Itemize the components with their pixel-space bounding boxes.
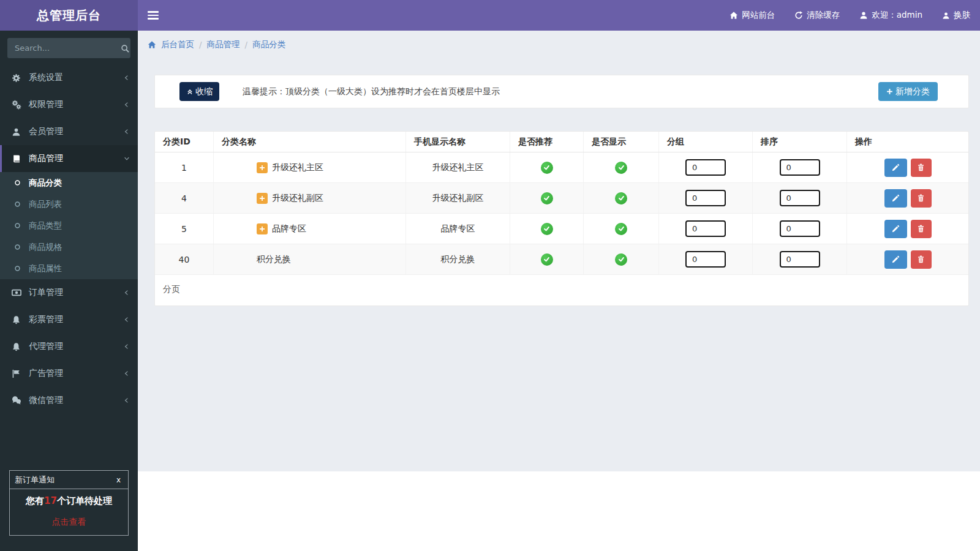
group-input[interactable] bbox=[685, 220, 726, 237]
category-name: 积分兑换 bbox=[257, 254, 291, 265]
add-category-button[interactable]: 新增分类 bbox=[878, 82, 938, 101]
hamburger-icon bbox=[148, 11, 159, 13]
sidebar-item-product-specs[interactable]: 商品规格 bbox=[0, 236, 138, 258]
recommended-check-icon[interactable] bbox=[541, 192, 553, 204]
home-icon bbox=[148, 40, 156, 49]
welcome-admin[interactable]: 欢迎：admin bbox=[850, 0, 932, 31]
delete-button[interactable] bbox=[911, 159, 932, 177]
table-row: 5 品牌专区 品牌专区 bbox=[155, 214, 968, 244]
recommended-check-icon[interactable] bbox=[541, 162, 553, 174]
hint-text: 温馨提示：顶级分类（一级大类）设为推荐时才会在首页楼层中显示 bbox=[243, 86, 500, 97]
category-id: 1 bbox=[155, 152, 214, 182]
expand-plus-icon[interactable] bbox=[257, 193, 268, 204]
sidebar-item-product-types[interactable]: 商品类型 bbox=[0, 215, 138, 236]
pencil-icon bbox=[891, 255, 900, 264]
sidebar-item-orders[interactable]: 订单管理 bbox=[0, 279, 138, 306]
breadcrumb: 后台首页 / 商品管理 / 商品分类 bbox=[138, 31, 980, 50]
sidebar-item-ads[interactable]: 广告管理 bbox=[0, 360, 138, 387]
circle-icon bbox=[13, 222, 24, 230]
top-nav: 网站前台 清除缓存 欢迎：admin 换肤 bbox=[138, 0, 980, 31]
toolbar-panel: 收缩 温馨提示：顶级分类（一级大类）设为推荐时才会在首页楼层中显示 新增分类 bbox=[154, 75, 969, 108]
breadcrumb-products[interactable]: 商品管理 bbox=[207, 39, 240, 50]
angle-double-up-icon bbox=[186, 88, 194, 96]
chevron-down-icon bbox=[123, 155, 130, 162]
edit-button[interactable] bbox=[884, 189, 907, 208]
chevron-left-icon bbox=[123, 289, 130, 296]
sidebar-item-permissions[interactable]: 权限管理 bbox=[0, 91, 138, 118]
circle-icon bbox=[13, 243, 24, 251]
recommended-check-icon[interactable] bbox=[541, 223, 553, 235]
expand-plus-icon[interactable] bbox=[257, 223, 268, 234]
close-icon[interactable]: x bbox=[114, 474, 123, 485]
sidebar-item-product-list[interactable]: 商品列表 bbox=[0, 193, 138, 215]
view-orders-link[interactable]: 点击查看 bbox=[52, 517, 86, 528]
sort-input[interactable] bbox=[780, 159, 820, 176]
chevron-left-icon bbox=[123, 74, 130, 81]
sidebar-item-lottery[interactable]: 彩票管理 bbox=[0, 306, 138, 333]
visible-check-icon[interactable] bbox=[615, 223, 627, 235]
pencil-icon bbox=[891, 194, 900, 203]
category-name: 升级还礼副区 bbox=[272, 193, 323, 204]
sidebar-item-product-attrs[interactable]: 商品属性 bbox=[0, 258, 138, 279]
brand-title: 总管理后台 bbox=[0, 0, 138, 31]
trash-icon bbox=[917, 255, 925, 263]
sidebar-search bbox=[7, 38, 130, 58]
breadcrumb-categories[interactable]: 商品分类 bbox=[252, 39, 285, 50]
delete-button[interactable] bbox=[911, 220, 932, 238]
edit-button[interactable] bbox=[884, 159, 907, 177]
sidebar-item-members[interactable]: 会员管理 bbox=[0, 118, 138, 145]
home-icon bbox=[729, 11, 738, 20]
sidebar-toggle-button[interactable] bbox=[138, 0, 168, 31]
circle-icon bbox=[13, 179, 24, 187]
recommended-check-icon[interactable] bbox=[541, 253, 553, 266]
visible-check-icon[interactable] bbox=[615, 192, 627, 204]
search-button[interactable] bbox=[119, 38, 130, 58]
circle-icon bbox=[13, 200, 24, 208]
collapse-button[interactable]: 收缩 bbox=[179, 82, 219, 101]
mobile-name: 升级还礼主区 bbox=[406, 152, 510, 182]
sidebar-item-wechat[interactable]: 微信管理 bbox=[0, 387, 138, 414]
sidebar-item-product-categories[interactable]: 商品分类 bbox=[0, 172, 138, 193]
bell-icon bbox=[12, 342, 24, 351]
trash-icon bbox=[917, 225, 925, 233]
frontend-link[interactable]: 网站前台 bbox=[720, 0, 785, 31]
pencil-icon bbox=[891, 163, 900, 172]
clear-cache-link[interactable]: 清除缓存 bbox=[785, 0, 850, 31]
top-bar: 总管理后台 网站前台 清除缓存 欢迎：admin 换肤 bbox=[0, 0, 980, 31]
circle-icon bbox=[13, 264, 24, 272]
sidebar-item-products[interactable]: 商品管理 bbox=[0, 145, 138, 172]
products-submenu: 商品分类 商品列表 商品类型 商品规格 bbox=[0, 172, 138, 279]
sidebar-item-system-settings[interactable]: 系统设置 bbox=[0, 64, 138, 91]
search-input[interactable] bbox=[7, 43, 119, 53]
edit-button[interactable] bbox=[884, 220, 907, 238]
bell-icon bbox=[12, 315, 24, 324]
table-row: 4 升级还礼副区 升级还礼副区 bbox=[155, 183, 968, 214]
sort-input[interactable] bbox=[780, 190, 820, 206]
sort-input[interactable] bbox=[780, 251, 820, 268]
book-icon bbox=[12, 154, 24, 163]
admin-app: 总管理后台 网站前台 清除缓存 欢迎：admin 换肤 bbox=[0, 0, 980, 551]
chevron-left-icon bbox=[123, 343, 130, 350]
notification-message: 您有17个订单待处理 bbox=[13, 495, 124, 507]
edit-button[interactable] bbox=[884, 250, 907, 269]
breadcrumb-home[interactable]: 后台首页 bbox=[161, 39, 194, 50]
expand-plus-icon[interactable] bbox=[257, 162, 268, 173]
pending-order-count: 17 bbox=[44, 495, 57, 506]
group-input[interactable] bbox=[685, 251, 726, 268]
sort-input[interactable] bbox=[780, 220, 820, 237]
change-skin-link[interactable]: 换肤 bbox=[932, 0, 980, 31]
sidebar-item-agents[interactable]: 代理管理 bbox=[0, 333, 138, 360]
pagination-label: 分页 bbox=[155, 275, 968, 305]
delete-button[interactable] bbox=[911, 189, 932, 208]
visible-check-icon[interactable] bbox=[615, 253, 627, 266]
delete-button[interactable] bbox=[911, 250, 932, 269]
chevron-left-icon bbox=[123, 101, 130, 108]
group-input[interactable] bbox=[685, 159, 726, 176]
mobile-name: 积分兑换 bbox=[406, 244, 510, 274]
footer-area bbox=[138, 471, 980, 551]
visible-check-icon[interactable] bbox=[615, 162, 627, 174]
wechat-icon bbox=[12, 395, 24, 405]
gear-icon bbox=[12, 73, 24, 83]
group-input[interactable] bbox=[685, 190, 726, 206]
chevron-left-icon bbox=[123, 370, 130, 377]
